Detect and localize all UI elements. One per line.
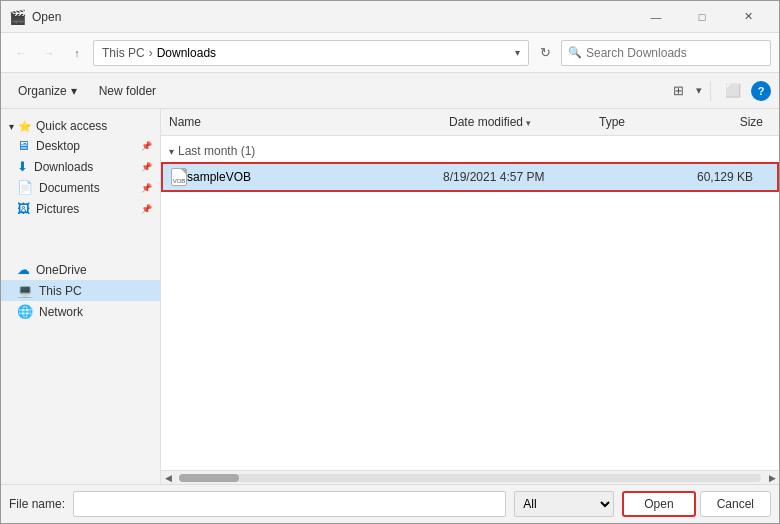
search-input[interactable] — [586, 46, 764, 60]
col-header-date[interactable]: Date modified ▾ — [441, 111, 591, 133]
title-controls: — □ ✕ — [633, 7, 771, 27]
hscroll-right-arrow[interactable]: ▶ — [765, 471, 779, 485]
breadcrumb[interactable]: This PC › Downloads ▾ — [93, 40, 529, 66]
this-pc-icon: 💻 — [17, 283, 33, 298]
file-date-cell: 8/19/2021 4:57 PM — [443, 170, 593, 184]
search-box: 🔍 — [561, 40, 771, 66]
this-pc-label: This PC — [39, 284, 82, 298]
network-label: Network — [39, 305, 83, 319]
documents-pin-icon: 📌 — [141, 183, 152, 193]
file-header: Name Date modified ▾ Type Size — [161, 109, 779, 136]
pictures-icon: 🖼 — [17, 201, 30, 216]
main-area: ▾ ⭐ Quick access 🖥 Desktop 📌 ⬇ Downloads… — [1, 109, 779, 484]
pictures-pin-icon: 📌 — [141, 204, 152, 214]
breadcrumb-sep1: › — [149, 46, 153, 60]
desktop-pin-icon: 📌 — [141, 141, 152, 151]
col-header-type[interactable]: Type — [591, 111, 691, 133]
network-icon: 🌐 — [17, 304, 33, 319]
file-name-cell: sampleVOB — [187, 170, 443, 184]
sidebar: ▾ ⭐ Quick access 🖥 Desktop 📌 ⬇ Downloads… — [1, 109, 161, 484]
minimize-button[interactable]: — — [633, 7, 679, 27]
preview-pane-button[interactable]: ⬜ — [719, 77, 747, 105]
col-header-date-arrow: ▾ — [526, 118, 531, 128]
sidebar-spacer-5 — [1, 251, 160, 259]
view-dropdown-icon[interactable]: ▾ — [696, 84, 702, 97]
quick-access-expand-icon: ▾ — [9, 121, 14, 132]
group-header-last-month[interactable]: ▾ Last month (1) — [161, 140, 779, 162]
sidebar-spacer-4 — [1, 243, 160, 251]
sidebar-spacer-3 — [1, 235, 160, 243]
quick-access-icon: ⭐ — [18, 120, 32, 133]
view-options-button[interactable]: ⊞ — [664, 77, 692, 105]
breadcrumb-dropdown-icon: ▾ — [515, 47, 520, 58]
sidebar-item-network[interactable]: 🌐 Network — [1, 301, 160, 322]
maximize-button[interactable]: □ — [679, 7, 725, 27]
sidebar-item-onedrive[interactable]: ☁ OneDrive — [1, 259, 160, 280]
address-bar: ← → ↑ This PC › Downloads ▾ ↻ 🔍 — [1, 33, 779, 73]
file-size-cell: 60,129 KB — [693, 170, 769, 184]
refresh-button[interactable]: ↻ — [533, 41, 557, 65]
file-list: ▾ Last month (1) VOB sampleVOB 8/19/2021… — [161, 136, 779, 470]
open-button[interactable]: Open — [622, 491, 695, 517]
back-button[interactable]: ← — [9, 41, 33, 65]
group-label: Last month (1) — [178, 144, 255, 158]
help-button[interactable]: ? — [751, 81, 771, 101]
forward-button[interactable]: → — [37, 41, 61, 65]
onedrive-label: OneDrive — [36, 263, 87, 277]
sidebar-spacer-1 — [1, 219, 160, 227]
hscroll-track[interactable] — [179, 474, 761, 482]
new-folder-label: New folder — [99, 84, 156, 98]
sidebar-item-this-pc[interactable]: 💻 This PC — [1, 280, 160, 301]
cancel-button[interactable]: Cancel — [700, 491, 771, 517]
col-header-size[interactable]: Size — [691, 111, 779, 133]
organize-button[interactable]: Organize ▾ — [9, 80, 86, 102]
file-name-label: File name: — [9, 497, 65, 511]
sidebar-item-desktop[interactable]: 🖥 Desktop 📌 — [1, 135, 160, 156]
file-type-icon: VOB — [171, 168, 187, 186]
horizontal-scrollbar[interactable]: ◀ ▶ — [161, 470, 779, 484]
table-row[interactable]: VOB sampleVOB 8/19/2021 4:57 PM 60,129 K… — [161, 162, 779, 192]
app-icon: 🎬 — [9, 9, 26, 25]
desktop-icon: 🖥 — [17, 138, 30, 153]
file-type-select[interactable]: All — [514, 491, 614, 517]
downloads-pin-icon: 📌 — [141, 162, 152, 172]
file-area: Name Date modified ▾ Type Size ▾ Last mo… — [161, 109, 779, 484]
button-area: Open Cancel — [622, 491, 771, 517]
title-bar-left: 🎬 Open — [9, 9, 61, 25]
col-header-name[interactable]: Name — [161, 111, 441, 133]
hscroll-thumb[interactable] — [179, 474, 239, 482]
open-dialog: 🎬 Open — □ ✕ ← → ↑ This PC › Downloads ▾… — [0, 0, 780, 524]
title-bar: 🎬 Open — □ ✕ — [1, 1, 779, 33]
window-title: Open — [32, 10, 61, 24]
sidebar-item-pictures[interactable]: 🖼 Pictures 📌 — [1, 198, 160, 219]
search-icon: 🔍 — [568, 46, 582, 59]
file-name-input[interactable] — [73, 491, 506, 517]
toolbar-separator — [710, 81, 711, 101]
up-button[interactable]: ↑ — [65, 41, 89, 65]
sidebar-item-documents[interactable]: 📄 Documents 📌 — [1, 177, 160, 198]
onedrive-icon: ☁ — [17, 262, 30, 277]
documents-icon: 📄 — [17, 180, 33, 195]
hscroll-left-arrow[interactable]: ◀ — [161, 471, 175, 485]
breadcrumb-root: This PC — [102, 46, 145, 60]
breadcrumb-current: Downloads — [157, 46, 216, 60]
downloads-icon: ⬇ — [17, 159, 28, 174]
col-header-date-text: Date modified — [449, 115, 523, 129]
documents-label: Documents — [39, 181, 100, 195]
sidebar-item-downloads[interactable]: ⬇ Downloads 📌 — [1, 156, 160, 177]
desktop-label: Desktop — [36, 139, 80, 153]
organize-arrow: ▾ — [71, 84, 77, 98]
quick-access-text: Quick access — [36, 119, 107, 133]
bottom-bar: File name: All Open Cancel — [1, 484, 779, 523]
new-folder-button[interactable]: New folder — [90, 80, 165, 102]
organize-label: Organize — [18, 84, 67, 98]
close-button[interactable]: ✕ — [725, 7, 771, 27]
group-expand-icon[interactable]: ▾ — [169, 146, 174, 157]
pictures-label: Pictures — [36, 202, 79, 216]
quick-access-label: ▾ ⭐ Quick access — [1, 113, 160, 135]
downloads-label: Downloads — [34, 160, 93, 174]
toolbar: Organize ▾ New folder ⊞ ▾ ⬜ ? — [1, 73, 779, 109]
toolbar-right: ⊞ ▾ ⬜ ? — [664, 77, 771, 105]
sidebar-spacer-2 — [1, 227, 160, 235]
